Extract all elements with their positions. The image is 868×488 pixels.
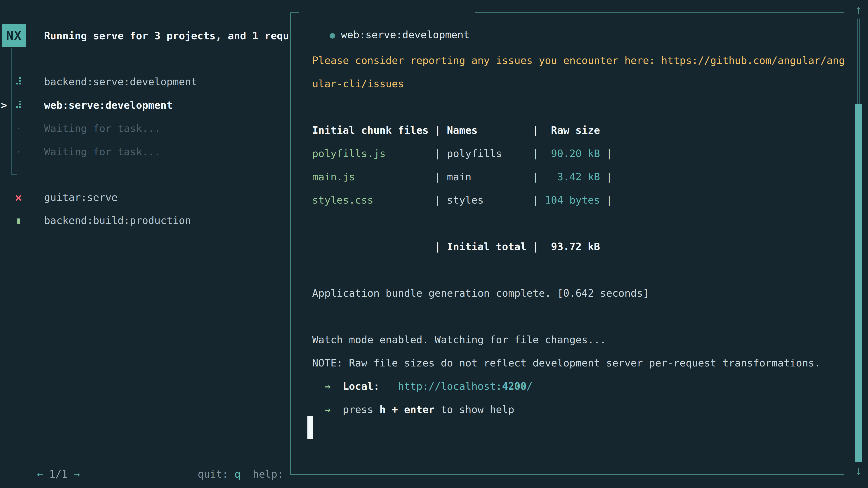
- table-pipe: |: [600, 194, 612, 206]
- note-line: NOTE: Raw file sizes do not reflect deve…: [312, 351, 845, 375]
- blank-line: [312, 258, 845, 282]
- total-indent: [312, 240, 435, 253]
- task-row-web-serve[interactable]: > ⠼ web:serve:development: [0, 94, 290, 117]
- local-url-line: → Local: http://localhost:4200/: [312, 375, 845, 398]
- waiting-dot-icon: ·: [13, 140, 24, 163]
- url-slash[interactable]: /: [526, 380, 532, 392]
- issue-notice-line2: ular-cli/issues: [312, 72, 845, 95]
- scrollbar-track[interactable]: [857, 19, 860, 105]
- quit-key: q: [235, 468, 241, 480]
- success-square-icon: ▮: [13, 209, 24, 232]
- page-indicator: 1/1: [43, 468, 73, 480]
- task-row-waiting-2[interactable]: · Waiting for task...: [0, 140, 290, 163]
- bundle-complete-line: Application bundle generation complete. …: [312, 282, 845, 305]
- app-title: Running serve for 3 projects, and 1 requ: [44, 24, 289, 47]
- localhost-url[interactable]: http://localhost:: [398, 380, 502, 392]
- task-row-guitar-serve[interactable]: × guitar:serve: [0, 186, 290, 209]
- panel-title: ●web:serve:development: [299, 2, 475, 24]
- scroll-up-arrow-icon[interactable]: ↑: [852, 2, 865, 18]
- localhost-port[interactable]: 4200: [502, 380, 526, 392]
- task-row-backend-serve[interactable]: ⠼ backend:serve:development: [0, 70, 290, 93]
- selected-chevron-icon: >: [1, 94, 7, 117]
- chunk-file-name: main.js: [312, 171, 435, 183]
- chunk-file-name: polyfills.js: [312, 148, 435, 160]
- chunk-name-cell: | polyfills |: [435, 148, 539, 160]
- chunk-size-value: 104 bytes: [539, 194, 600, 206]
- task-output-panel: ●web:serve:development Please consider r…: [290, 12, 844, 475]
- task-label: guitar:serve: [44, 186, 118, 209]
- help-hint-label: help:: [241, 468, 289, 480]
- terminal-cursor: [307, 416, 313, 439]
- table-pipe: |: [600, 148, 612, 160]
- issue-notice-line1: Please consider reporting any issues you…: [312, 49, 845, 72]
- blank-line: [312, 305, 845, 328]
- quit-hint-label: quit:: [197, 468, 235, 480]
- help-keys: h + enter: [379, 403, 435, 416]
- running-bullet-icon: ●: [330, 30, 335, 40]
- watch-mode-line: Watch mode enabled. Watching for file ch…: [312, 328, 845, 351]
- terminal-output: Please consider reporting any issues you…: [312, 49, 845, 421]
- press-text: press: [343, 403, 379, 416]
- task-label: Waiting for task...: [44, 117, 160, 140]
- chunk-file-name: styles.css: [312, 194, 435, 206]
- keyboard-hints: quit: q help: ?: [173, 439, 290, 462]
- total-value: 93.72 kB: [539, 240, 600, 253]
- local-label: Local:: [343, 380, 379, 392]
- task-row-backend-build[interactable]: ▮ backend:build:production: [0, 209, 290, 232]
- task-label: Waiting for task...: [44, 140, 160, 163]
- chunk-table-row: styles.css | styles | 104 bytes |: [312, 188, 845, 212]
- chunk-size-value: 90.20 kB: [539, 148, 600, 160]
- chunk-table-row: polyfills.js | polyfills | 90.20 kB |: [312, 142, 845, 165]
- nx-logo: NX: [2, 24, 26, 47]
- scrollbar-thumb[interactable]: [855, 104, 862, 462]
- task-label: backend:serve:development: [44, 70, 197, 93]
- chunk-name-cell: | styles |: [435, 194, 539, 206]
- task-label-selected: web:serve:development: [44, 94, 173, 117]
- total-label: | Initial total |: [435, 240, 539, 253]
- next-page-arrow-icon[interactable]: →: [74, 468, 80, 480]
- scroll-down-arrow-icon[interactable]: ↓: [852, 463, 865, 479]
- table-pipe: |: [600, 171, 612, 183]
- initial-total-row: | Initial total | 93.72 kB: [312, 235, 845, 258]
- chunk-table-row: main.js | main | 3.42 kB |: [312, 165, 845, 188]
- failed-x-icon: ×: [13, 186, 24, 209]
- help-key: ?: [289, 468, 290, 480]
- nx-terminal-ui: { "colors": { "background": "#15262f", "…: [0, 0, 868, 488]
- blank-line: [312, 95, 845, 119]
- prev-page-arrow-icon[interactable]: ←: [37, 468, 43, 480]
- task-sidebar: NX Running serve for 3 projects, and 1 r…: [0, 0, 290, 488]
- task-pagination: ← 1/1 →: [12, 439, 80, 462]
- task-row-waiting-1[interactable]: · Waiting for task...: [0, 117, 290, 140]
- blank-line: [312, 212, 845, 235]
- help-hint-line: → press h + enter to show help: [312, 398, 845, 421]
- panel-title-text: web:serve:development: [341, 29, 469, 41]
- chunk-name-cell: | main |: [435, 171, 539, 183]
- help-rest: to show help: [435, 403, 514, 416]
- waiting-dot-icon: ·: [13, 117, 24, 140]
- arrow-icon: →: [312, 380, 343, 392]
- chunk-size-value: 3.42 kB: [539, 171, 600, 183]
- task-label: backend:build:production: [44, 209, 191, 232]
- running-spinner-icon: ⠼: [13, 94, 24, 117]
- chunk-table-header: Initial chunk files | Names | Raw size: [312, 119, 845, 142]
- running-spinner-icon: ⠼: [13, 70, 24, 93]
- gap: [379, 380, 398, 392]
- arrow-icon: →: [312, 403, 343, 416]
